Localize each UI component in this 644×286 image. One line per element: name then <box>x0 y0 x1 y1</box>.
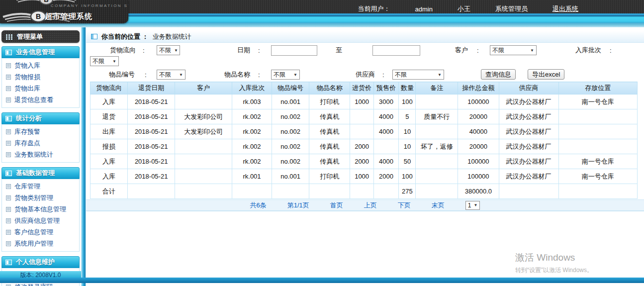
cell: 100 <box>399 95 416 109</box>
section-header-basedata[interactable]: 基础数据管理 <box>1 167 80 179</box>
colon: : <box>382 69 384 80</box>
cell: 20000 <box>458 109 499 124</box>
cell: 2000 <box>350 154 373 169</box>
cell: 入库 <box>91 95 128 109</box>
pagination-last[interactable]: 末页 <box>432 201 445 210</box>
col-header: 物品编号 <box>272 82 309 95</box>
cell: 报损 <box>91 139 128 154</box>
pagination-prev[interactable]: 上页 <box>364 201 377 210</box>
table-row: 退货2018-05-21大发彩印公司rk.002no.002传真机40005质量… <box>91 109 638 124</box>
document-icon <box>6 97 11 102</box>
menu-item-label: 供应商信息管理 <box>14 216 60 225</box>
date-to-input[interactable] <box>372 45 420 56</box>
batch-select[interactable]: 不限▼ <box>90 56 119 66</box>
cell: 传真机 <box>309 109 350 124</box>
cell <box>558 124 637 139</box>
page-number-value: 1 <box>468 202 471 209</box>
customer-select[interactable]: 不限▼ <box>490 45 537 55</box>
sidebar-item-warehouse-mgmt[interactable]: 仓库管理 <box>2 181 79 192</box>
item-no-select[interactable]: 不限▼ <box>157 70 185 80</box>
item-name-select[interactable]: 不限▼ <box>271 70 300 80</box>
pagination-next[interactable]: 下页 <box>398 201 411 210</box>
document-icon <box>6 184 11 189</box>
section-header-business[interactable]: 业务信息管理 <box>1 46 80 58</box>
cell: 2018-05-21 <box>127 169 175 184</box>
colon: : <box>477 45 479 56</box>
cell: 4000 <box>373 124 399 139</box>
cell: 10 <box>399 139 416 154</box>
cell <box>127 184 175 199</box>
sidebar-item-supplier-info[interactable]: 供应商信息管理 <box>2 215 79 226</box>
cell: 4000 <box>373 109 399 124</box>
sidebar-item-system-users[interactable]: 系统用户管理 <box>2 238 79 249</box>
logout-link[interactable]: 退出系统 <box>552 4 578 13</box>
supplier-select[interactable]: 不限▼ <box>392 70 444 80</box>
cell <box>499 184 558 199</box>
sidebar-item-stock-warning[interactable]: 库存预警 <box>2 126 79 137</box>
sidebar-item-stock-check[interactable]: 库存盘点 <box>2 137 79 149</box>
user-info-bar: 当前用户： admin 小王 系统管理员 退出系统 <box>358 4 578 13</box>
cell: rk.002 <box>232 109 272 124</box>
sidebar-item-goods-baseinfo[interactable]: 货物基本信息管理 <box>2 203 79 215</box>
sidebar-item-goods-category[interactable]: 货物类别管理 <box>2 192 79 203</box>
total-amount: 380000.0 <box>458 184 499 199</box>
cell <box>558 139 637 154</box>
table-total-row: 合计 275 380000.0 <box>91 184 638 199</box>
cell: 2018-05-21 <box>127 154 175 169</box>
section-title: 基础数据管理 <box>16 169 55 178</box>
sidebar-item-goods-outbound[interactable]: 货物出库 <box>2 83 79 94</box>
cell: 2018-05-21 <box>127 124 175 139</box>
cell: 100000 <box>458 95 499 109</box>
sidebar-item-business-stats[interactable]: 业务数据统计 <box>2 149 79 160</box>
pagination-total: 共6条 <box>250 201 267 210</box>
cell <box>175 169 232 184</box>
colon: : <box>610 45 612 56</box>
query-button[interactable]: 查询信息 <box>481 69 516 80</box>
sidebar-section-business: 业务信息管理 货物入库 货物报损 货物出库 退货信息查看 <box>1 46 80 108</box>
winged-b-logo-icon: B <box>14 0 79 5</box>
date-to-label: 至 <box>336 45 342 56</box>
pagination-first[interactable]: 首页 <box>330 201 343 210</box>
dropdown-arrow-icon: ▼ <box>530 48 534 53</box>
filter-panel: 货物流向 : 不限▼ 日期 : 至 客户 : 不限▼ 入库批次 : 不限▼ 物品… <box>86 43 644 82</box>
sidebar-item-goods-inbound[interactable]: 货物入库 <box>2 60 79 71</box>
dropdown-arrow-icon: ▼ <box>474 203 478 207</box>
flow-select[interactable]: 不限▼ <box>157 45 180 55</box>
menu-item-label: 客户信息管理 <box>14 228 53 237</box>
cell: 1000 <box>350 95 373 109</box>
colon: : <box>143 45 145 56</box>
cell: 出库 <box>91 124 128 139</box>
sidebar-item-return-info[interactable]: 退货信息查看 <box>2 94 79 105</box>
col-header: 物品名称 <box>309 82 350 95</box>
pagination-bar: 共6条 第1/1页 首页 上页 下页 末页 1▼ <box>86 199 644 211</box>
page-number-select[interactable]: 1▼ <box>465 201 480 210</box>
grid-menu-icon <box>6 34 7 36</box>
section-header-stats[interactable]: 统计分析 <box>1 112 80 124</box>
export-excel-button[interactable]: 导出excel <box>528 69 564 80</box>
colon: : <box>258 69 260 80</box>
cell: 武汉办公器材厂 <box>499 169 558 184</box>
svg-text:B: B <box>44 0 48 3</box>
sidebar-item-goods-damage[interactable]: 货物报损 <box>2 71 79 83</box>
cell: 2018-05-21 <box>127 109 175 124</box>
col-header: 预售价 <box>373 82 399 95</box>
cell: 武汉办公器材厂 <box>499 95 558 109</box>
current-user-label: 当前用户： <box>358 4 390 13</box>
logo-box: COMPANY INFORMATION SYSTEM B B 超市管理系统 <box>0 0 128 23</box>
section-header-personal[interactable]: 个人信息维护 <box>1 256 80 268</box>
cell: 2018-05-21 <box>127 139 175 154</box>
date-from-input[interactable] <box>271 45 317 56</box>
menu-item-label: 仓库管理 <box>14 182 40 191</box>
watermark-line1: 激活 Windows <box>515 251 593 264</box>
cell: 大发彩印公司 <box>175 109 232 124</box>
menu-item-label: 货物类别管理 <box>14 193 53 202</box>
flow-label: 货物流向 <box>110 45 136 56</box>
table-row: 出库2018-05-21大发彩印公司rk.002no.002传真机4000104… <box>91 124 638 139</box>
section-body: 货物入库 货物报损 货物出库 退货信息查看 <box>1 58 80 108</box>
document-icon <box>6 230 11 235</box>
location-icon <box>91 34 97 39</box>
cell <box>416 124 458 139</box>
menu-item-label: 货物入库 <box>14 61 40 70</box>
sidebar-item-customer-info[interactable]: 客户信息管理 <box>2 226 79 238</box>
cell: rk.002 <box>232 124 272 139</box>
